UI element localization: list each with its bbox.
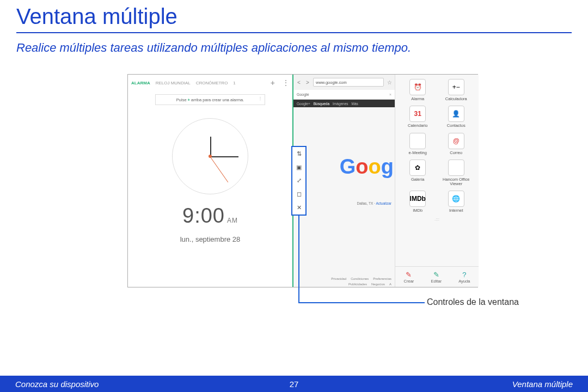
- app-label: Calendario: [408, 124, 427, 128]
- logo-g2: g: [381, 155, 394, 178]
- tray-app-calendario[interactable]: 31Calendario: [399, 106, 437, 128]
- drag-content-icon[interactable]: ▣: [296, 164, 302, 171]
- expand-icon[interactable]: ⤢: [297, 177, 302, 184]
- forward-icon[interactable]: >: [304, 79, 311, 85]
- footer-terms[interactable]: Condiciones: [351, 277, 369, 280]
- footer-topic: Ventana múltiple: [512, 379, 573, 389]
- app-label: Internet: [449, 209, 463, 213]
- gallery-icon: ✿: [409, 160, 426, 176]
- tab-title: Google: [297, 93, 309, 96]
- device-screenshot: ALARMA RELOJ MUNDIAL CRONÓMETRO 1 + ⋮ Pu…: [127, 74, 478, 287]
- app-label: IMDb: [413, 209, 422, 213]
- footer-business[interactable]: Negocios: [371, 283, 385, 286]
- hint-post: arriba para crear una alarma.: [191, 97, 244, 102]
- tray-app-imdb[interactable]: IMDbIMDb: [399, 191, 437, 213]
- callout-label: Controles de la ventana: [427, 297, 519, 307]
- time-value: 9:00: [182, 204, 225, 227]
- alarm-icon: ⏰: [409, 79, 426, 95]
- app-label: Alarma: [411, 97, 424, 101]
- tray-app-correo[interactable]: @Correo: [437, 133, 476, 155]
- tray-app-alarma[interactable]: ⏰Alarma: [399, 79, 437, 101]
- contacts-icon: 👤: [448, 106, 464, 122]
- second-hand: [210, 156, 228, 182]
- tray-create-button[interactable]: ✎Crear: [404, 271, 414, 284]
- close-window-icon[interactable]: ✕: [297, 204, 302, 211]
- bookmark-icon[interactable]: ☆: [386, 79, 393, 85]
- footer-about[interactable]: A: [389, 283, 391, 286]
- location-update-link[interactable]: Actualizar: [376, 201, 391, 205]
- tab-close-icon[interactable]: ×: [389, 93, 391, 96]
- globe-icon: 🌐: [448, 191, 464, 207]
- tray-app-calculadora[interactable]: +−Calculadora: [437, 79, 476, 101]
- calculator-icon: +−: [448, 79, 464, 95]
- hour-hand: [210, 137, 211, 156]
- footer-privacy[interactable]: Privacidad: [331, 277, 346, 280]
- tray-app-emeeting[interactable]: ◉e-Meeting: [399, 133, 437, 155]
- tab-alarm[interactable]: ALARMA: [131, 81, 150, 85]
- browser-address-bar: < > www.google.com ☆: [293, 75, 395, 90]
- hint-plus-icon: +: [188, 97, 190, 102]
- nav-search[interactable]: Búsqueda: [314, 102, 329, 106]
- page-subtitle: Realice múltiples tareas utilizando múlt…: [0, 33, 588, 55]
- alarm-hint: Pulse + arriba para crear una alarma. ⋮: [155, 94, 265, 105]
- logo-g1: G: [340, 155, 356, 178]
- calendar-icon: 31: [409, 106, 426, 122]
- tray-bottom-bar: ✎Crear ✎Editar ?Ayuda: [395, 266, 479, 287]
- tray-app-galeria[interactable]: ✿Galería: [399, 160, 437, 187]
- tray-app-contactos[interactable]: 👤Contactos: [437, 106, 476, 128]
- tray-dots-icon: .:::: [395, 217, 479, 222]
- browser-tab[interactable]: Google ×: [293, 90, 395, 100]
- location-row: Dallas, TX · Actualizar: [293, 201, 395, 205]
- emeeting-icon: ◉: [409, 133, 426, 149]
- help-label: Ayuda: [458, 279, 470, 284]
- tab-count: 1: [233, 81, 235, 85]
- google-footer: Privacidad Condiciones Preferencias Publ…: [293, 276, 395, 287]
- footer-section: Conozca su dispositivo: [15, 379, 99, 389]
- digital-time: 9:00AM: [128, 204, 292, 228]
- back-icon[interactable]: <: [296, 79, 302, 85]
- create-icon: ✎: [406, 271, 412, 279]
- maximize-icon[interactable]: ◻: [297, 191, 302, 198]
- app-label: Correo: [450, 151, 462, 155]
- page-footer: Conozca su dispositivo 27 Ventana múltip…: [0, 376, 588, 392]
- browser-app-pane: < > www.google.com ☆ Google × Google+ Bú…: [293, 75, 395, 287]
- add-alarm-icon[interactable]: +: [271, 78, 275, 87]
- tray-app-hancom[interactable]: HHancom Office Viewer: [437, 160, 476, 187]
- nav-more[interactable]: Más: [352, 102, 358, 106]
- clock-center-dot: [209, 155, 212, 158]
- help-icon: ?: [462, 271, 466, 279]
- tray-help-button[interactable]: ?Ayuda: [458, 271, 470, 284]
- app-label: Hancom Office Viewer: [437, 177, 476, 187]
- footer-settings[interactable]: Preferencias: [373, 277, 391, 280]
- tray-edit-button[interactable]: ✎Editar: [431, 271, 442, 284]
- footer-ads[interactable]: Publicidades: [348, 283, 367, 286]
- minute-hand: [210, 156, 238, 157]
- multiwindow-tray: ⏰Alarma +−Calculadora 31Calendario 👤Cont…: [395, 75, 479, 287]
- app-label: Calculadora: [445, 97, 467, 101]
- callout-connector-horizontal: [298, 302, 425, 303]
- hint-close-icon[interactable]: ⋮: [258, 96, 262, 101]
- google-topnav: Google+ Búsqueda Imágenes Más: [293, 100, 395, 107]
- page-title: Ventana múltiple: [0, 0, 588, 32]
- callout-connector-vertical: [298, 215, 299, 302]
- edit-label: Editar: [431, 279, 442, 284]
- nav-images[interactable]: Imágenes: [333, 102, 348, 106]
- analog-clock: [172, 118, 248, 194]
- logo-o2: o: [369, 155, 381, 178]
- nav-googleplus[interactable]: Google+: [297, 102, 310, 106]
- tab-world-clock[interactable]: RELOJ MUNDIAL: [156, 81, 191, 85]
- app-label: Galería: [411, 177, 425, 182]
- swap-windows-icon[interactable]: ⇅: [297, 150, 302, 157]
- date-label: lun., septiembre 28: [128, 235, 292, 243]
- time-ampm: AM: [227, 217, 238, 224]
- url-field[interactable]: www.google.com: [313, 78, 384, 87]
- tray-app-grid: ⏰Alarma +−Calculadora 31Calendario 👤Cont…: [395, 77, 479, 216]
- overflow-menu-icon[interactable]: ⋮: [283, 79, 289, 87]
- logo-o1: o: [356, 155, 368, 178]
- tab-stopwatch[interactable]: CRONÓMETRO: [196, 81, 228, 85]
- clock-tabs: ALARMA RELOJ MUNDIAL CRONÓMETRO 1 + ⋮: [128, 75, 292, 91]
- tray-app-internet[interactable]: 🌐Internet: [437, 191, 476, 213]
- app-label: e-Meeting: [409, 151, 427, 155]
- clock-app-pane: ALARMA RELOJ MUNDIAL CRONÓMETRO 1 + ⋮ Pu…: [128, 75, 292, 287]
- create-label: Crear: [404, 279, 414, 284]
